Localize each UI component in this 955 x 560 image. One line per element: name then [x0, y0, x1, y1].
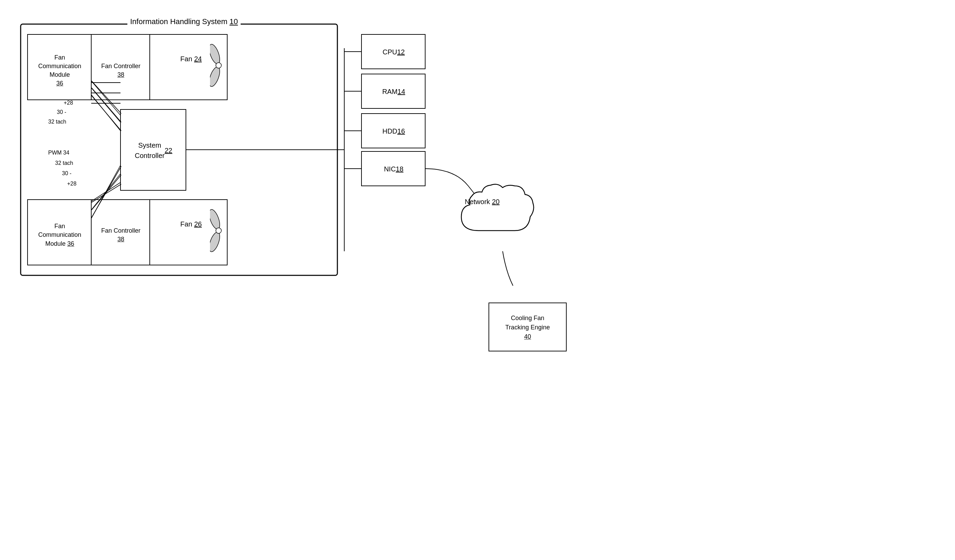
fc-bottom-num: 38	[117, 236, 124, 242]
svg-line-15	[91, 174, 121, 210]
fc-bottom: Fan Controller 38	[92, 206, 150, 264]
fc-top-num: 38	[117, 71, 124, 78]
sc-box: SystemController 22	[121, 110, 186, 190]
tach32-bottom: 32 tach	[55, 160, 73, 166]
fcm-bottom: FanCommunicationModule 36	[28, 206, 91, 264]
cfte-box: Cooling FanTracking Engine 40	[490, 303, 566, 351]
fan24-num: 24	[194, 55, 202, 63]
fan24-blades	[210, 36, 227, 95]
diagram: Information Handling System 10 Fan Commu…	[14, 14, 941, 546]
fan26-blades	[210, 201, 227, 260]
ram-box: RAM 14	[362, 75, 425, 108]
cpu-box: CPU 12	[362, 35, 425, 69]
ram-num: 14	[398, 88, 405, 96]
svg-line-37	[92, 184, 121, 202]
ihs-title-num: 10	[230, 17, 238, 26]
svg-point-28	[210, 43, 222, 66]
fcm-bottom-num: 36	[67, 240, 74, 247]
nic-num: 18	[396, 165, 404, 173]
ihs-title: Information Handling System 10	[127, 17, 241, 26]
svg-line-36	[92, 96, 121, 131]
svg-point-33	[216, 228, 221, 233]
fcm-top-num: 36	[56, 80, 63, 87]
svg-line-13	[91, 95, 121, 131]
svg-line-38	[92, 175, 121, 210]
svg-line-14	[91, 182, 121, 201]
minus30-bottom: 30 -	[62, 171, 72, 177]
cfte-num: 40	[524, 333, 531, 340]
plus28-bottom: +28	[67, 181, 77, 187]
ihs-title-text: Information Handling System	[130, 17, 227, 26]
network-num: 20	[492, 198, 499, 205]
fan26-num: 26	[194, 220, 202, 228]
svg-point-30	[216, 63, 221, 68]
svg-point-32	[210, 231, 222, 253]
nic-box: NIC 18	[362, 152, 425, 186]
network-label: Network 20	[465, 198, 499, 206]
hdd-num: 16	[397, 127, 405, 135]
pwm34-label: PWM 34	[48, 150, 69, 156]
cpu-num: 12	[397, 48, 404, 56]
fcm-top-label: Fan Communication Module	[38, 54, 81, 78]
fcm-top: Fan Communication Module 36	[28, 41, 91, 100]
hdd-box: HDD 16	[362, 114, 425, 148]
svg-point-31	[210, 208, 222, 231]
svg-point-29	[210, 66, 222, 88]
fc-top: Fan Controller 38	[92, 41, 150, 100]
minus30-top: 30 -	[57, 109, 66, 115]
sc-num: 22	[164, 145, 172, 156]
tach32-top: 32 tach	[48, 119, 66, 125]
network-cloud	[451, 169, 540, 248]
connection-lines	[14, 14, 941, 546]
plus28-top: +28	[64, 100, 73, 106]
